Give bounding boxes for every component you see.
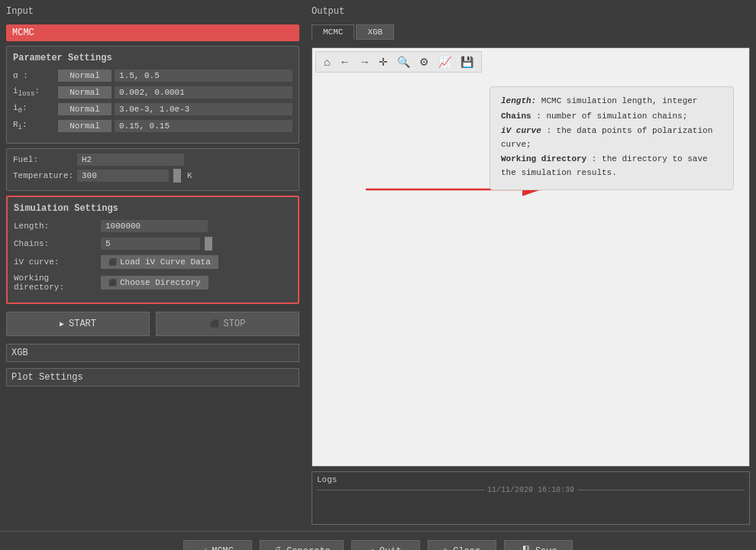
logs-section: Logs 11/11/2020 16:10:39 (312, 471, 750, 525)
quit-btn[interactable]: ◈ Quit (351, 540, 420, 551)
mcmc-action-label: MCMC (212, 546, 234, 551)
alpha-type-btn[interactable]: Normal (58, 70, 111, 82)
tooltip-workdir: Working directory : the directory to sav… (501, 153, 722, 180)
forward-icon[interactable]: → (356, 54, 373, 70)
mcmc-bolt-icon: ⚡ (202, 545, 208, 551)
tooltip-iv-bold: iV curve (501, 126, 541, 135)
settings-icon[interactable]: ⚙ (416, 54, 432, 70)
iv-label: iV curve: (14, 257, 98, 267)
ri-value-input[interactable] (115, 120, 292, 132)
tooltip-workdir-bold: Working directory (501, 154, 586, 163)
alpha-value-input[interactable] (115, 70, 292, 82)
plot-area: ⌂ ← → ✛ 🔍 ⚙ 📈 💾 (312, 47, 750, 467)
tooltip-length: length: MCMC simulation length, integer (501, 95, 722, 108)
clear-icon: ✎ (443, 545, 449, 551)
chains-slider-handle[interactable] (205, 237, 212, 251)
generate-btn[interactable]: 🖨 Generate (260, 540, 344, 551)
temperature-row: Temperature: K (13, 169, 292, 183)
bottom-action-bar: ⚡ MCMC 🖨 Generate ◈ Quit ✎ Clear 💾 Save (0, 531, 756, 550)
left-panel: Input MCMC Parameter Settings α : Normal… (0, 0, 305, 531)
temperature-label: Temperature: (13, 171, 74, 180)
chains-row: Chains: (14, 237, 292, 251)
alpha-row: α : Normal (13, 70, 292, 82)
output-section-label: Output (312, 6, 750, 17)
working-dir-row: Working directory: Choose Directory (14, 273, 292, 292)
simulation-settings: Simulation Settings Length: Chains: iV c… (6, 196, 299, 304)
mcmc-action-btn[interactable]: ⚡ MCMC (183, 540, 252, 551)
iloss-label: iloss: (13, 86, 55, 98)
chains-input[interactable] (101, 238, 200, 250)
generate-icon: 🖨 (273, 545, 283, 550)
right-panel: Output MCMC XGB ⌂ ← → ✛ 🔍 ⚙ 📈 💾 (305, 0, 756, 531)
ri-type-btn[interactable]: Normal (58, 120, 111, 132)
parameter-settings: Parameter Settings α : Normal iloss: Nor… (6, 46, 299, 144)
tooltip-chains-bold: Chains (501, 112, 531, 121)
logs-line-left (317, 490, 484, 490)
home-icon[interactable]: ⌂ (321, 54, 333, 70)
quit-icon: ◈ (370, 545, 376, 551)
action-buttons: ⚡ MCMC 🖨 Generate ◈ Quit ✎ Clear 💾 Save (0, 540, 756, 551)
fuel-label: Fuel: (13, 155, 74, 164)
tooltip-length-rest: MCMC simulation length, integer (541, 96, 698, 105)
i0-value-input[interactable] (115, 103, 292, 115)
plot-settings-section: Plot Settings (6, 368, 299, 387)
tooltip-bubble: length: MCMC simulation length, integer … (489, 86, 734, 190)
sim-settings-title: Simulation Settings (14, 203, 292, 214)
tooltip-iv: iV curve : the data points of polarizati… (501, 125, 722, 151)
plot-toolbar: ⌂ ← → ✛ 🔍 ⚙ 📈 💾 (315, 51, 482, 73)
length-input[interactable] (101, 220, 208, 232)
iv-curve-row: iV curve: Load iV Curve Data (14, 255, 292, 269)
length-row: Length: (14, 220, 292, 232)
save-label: Save (535, 546, 557, 551)
start-button[interactable]: START (6, 312, 150, 336)
i0-label: i0: (13, 103, 55, 115)
fuel-input[interactable] (77, 154, 184, 166)
length-label: Length: (14, 222, 98, 231)
temperature-unit: K (187, 171, 192, 180)
save-plot-icon[interactable]: 💾 (457, 54, 477, 70)
tab-mcmc[interactable]: MCMC (312, 24, 354, 40)
tooltip-length-bold: length: (501, 96, 536, 105)
tab-xgb[interactable]: XGB (356, 24, 394, 40)
tooltip-chains: Chains : number of simulation chains; (501, 110, 722, 124)
save-icon: 💾 (519, 545, 531, 551)
iloss-row: iloss: Normal (13, 86, 292, 99)
clear-btn[interactable]: ✎ Clear (428, 540, 496, 551)
zoom-icon[interactable]: 🔍 (394, 54, 413, 70)
iloss-value-input[interactable] (115, 86, 292, 99)
logs-line-right (577, 490, 745, 490)
quit-label: Quit (380, 546, 402, 551)
alpha-label: α : (13, 71, 55, 80)
input-section-label: Input (6, 6, 299, 17)
fuel-temp-section: Fuel: Temperature: K (6, 148, 299, 191)
mcmc-tab[interactable]: MCMC (6, 24, 299, 41)
logs-timestamp: 11/11/2020 16:10:39 (317, 486, 745, 494)
output-tabs: MCMC XGB (312, 24, 750, 40)
chains-label: Chains: (14, 239, 98, 248)
save-btn[interactable]: 💾 Save (504, 540, 573, 551)
xgb-section: XGB (6, 344, 299, 362)
i0-type-btn[interactable]: Normal (58, 103, 111, 115)
chart-icon[interactable]: 📈 (435, 54, 454, 70)
i0-row: i0: Normal (13, 103, 292, 115)
control-row: START STOP (6, 312, 299, 336)
logs-label: Logs (317, 475, 745, 484)
iloss-type-btn[interactable]: Normal (58, 86, 111, 99)
load-iv-btn[interactable]: Load iV Curve Data (101, 255, 218, 269)
choose-dir-btn[interactable]: Choose Directory (101, 276, 208, 290)
generate-label: Generate (286, 546, 331, 551)
working-dir-label: Working directory: (14, 273, 98, 292)
temperature-input[interactable] (77, 170, 169, 182)
back-icon[interactable]: ← (336, 54, 353, 70)
temp-slider-handle[interactable] (173, 169, 181, 183)
ri-row: Ri: Normal (13, 120, 292, 132)
param-settings-title: Parameter Settings (13, 53, 292, 63)
ri-label: Ri: (13, 120, 55, 131)
fuel-row: Fuel: (13, 154, 292, 166)
pan-icon[interactable]: ✛ (376, 54, 391, 70)
stop-button[interactable]: STOP (156, 312, 299, 336)
tooltip-chains-rest: : number of simulation chains; (536, 112, 687, 121)
clear-label: Clear (453, 546, 480, 551)
